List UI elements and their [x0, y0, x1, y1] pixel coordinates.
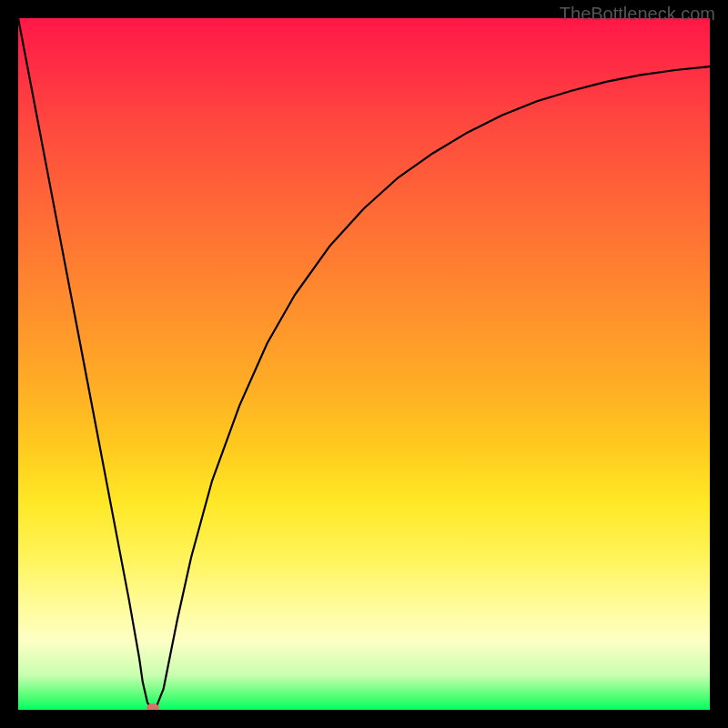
optimum-marker-icon — [147, 703, 159, 710]
plot-area — [18, 18, 710, 710]
bottleneck-curve — [18, 18, 710, 710]
watermark-text: TheBottleneck.com — [560, 4, 715, 25]
